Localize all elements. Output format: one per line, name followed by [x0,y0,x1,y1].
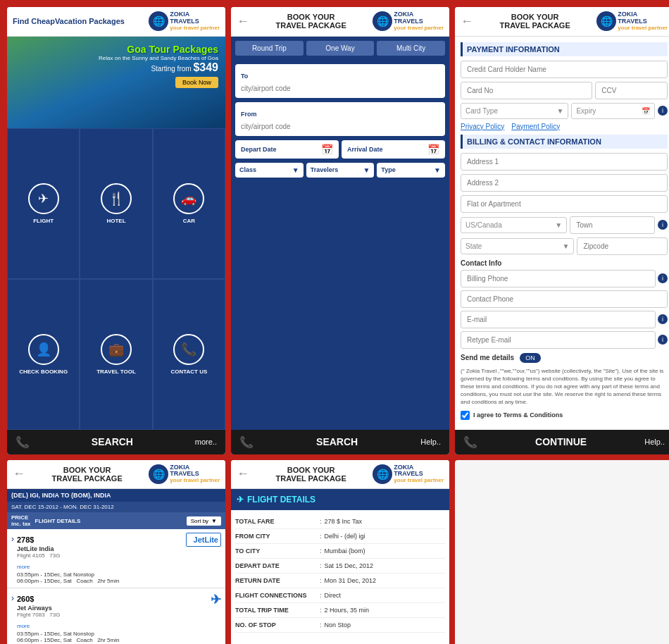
globe-icon-3: 🌐 [601,16,613,27]
car-circle: 🚗 [173,183,204,214]
country-select[interactable]: US/Canada ▼ [461,217,567,233]
sort-select[interactable]: Sort by ▼ [187,516,221,526]
return-date-sep: : [320,577,322,584]
details-col-label: FLIGHT DETAILS [35,518,81,524]
logo-area-3: 🌐 ZOKIATRAVELSyour travel partner [596,11,668,32]
travel-tool-item[interactable]: 💼 TRAVEL TOOL [80,279,152,430]
depart-date-sep: : [320,562,322,569]
expiry-select[interactable]: Expiry 📅 [571,103,655,119]
contact-us-item[interactable]: 📞 CONTACT US [153,279,225,430]
email-input[interactable] [461,311,656,328]
state-select[interactable]: State ▼ [461,238,574,254]
card-type-label: Card Type [465,107,498,115]
detail-back-arrow-icon[interactable]: ← [237,466,249,481]
payment-help-link[interactable]: Help.. [644,438,665,446]
flight-circle: ✈ [28,183,59,214]
logo-area-2: 🌐 ZOKIATRAVELSyour travel partner [373,11,444,32]
back-arrow-icon[interactable]: ← [237,14,249,29]
card-type-select[interactable]: Card Type ▼ [461,103,568,119]
agree-checkbox[interactable] [461,411,470,420]
state-label: State [465,242,482,250]
flight-icon: ✈ [38,191,49,206]
payment-phone-icon: 📞 [463,435,477,449]
home-search-button[interactable]: SEARCH [30,436,195,447]
zipcode-input[interactable] [577,237,668,255]
class-group[interactable]: Class ▼ [235,163,304,178]
travelers-group[interactable]: Travelers ▼ [306,163,375,178]
result2-airline: Jet Airways [17,605,183,612]
book-flight-title: BOOK YOURTRAVEL PACKAGE [249,13,373,30]
to-field-group: To [235,64,445,98]
arrival-calendar-icon[interactable]: 📅 [427,144,439,155]
flight-search-button[interactable]: SEARCH [254,436,420,447]
payment-policy-link[interactable]: Payment Policy [511,123,560,130]
flight-icon-item[interactable]: ✈ FLIGHT [7,128,80,279]
logo-text: ZOKIATRAVELSyour travel partner [170,11,220,32]
hotel-icon: 🍴 [108,191,124,206]
logo-area-4: 🌐 ZOKIATRAVELSyour travel partner [149,464,220,485]
results-back-arrow-icon[interactable]: ← [13,466,25,481]
banner-headline: Goa Tour Packages [99,44,218,55]
results-columns: PRICEinc. tax FLIGHT DETAILS Sort by ▼ [7,512,225,529]
car-label: CAR [183,218,195,224]
to-input[interactable] [241,85,439,92]
country-town-row: US/Canada ▼ i [461,216,668,234]
country-arrow-icon: ▼ [555,221,562,229]
result2-info: 260$ Jet Airways Flight 7083 73G more 03… [17,592,183,643]
town-input[interactable] [570,216,655,234]
round-trip-tab[interactable]: Round Trip [235,41,304,56]
multi-city-tab[interactable]: Multi City [377,41,445,56]
hotel-label: HOTEL [106,218,125,224]
payment-back-arrow-icon[interactable]: ← [461,14,473,29]
flight-help-link[interactable]: Help.. [420,438,441,446]
result1-logo: JetLite [186,533,221,547]
banner-subtitle: Relax on the Sunny and Sandy Beaches of … [99,55,218,61]
search-form: To From Depart Date 📅 Arrival Date 📅 [231,60,449,430]
policy-links: Privacy Policy Payment Policy [461,123,668,130]
card-type-row: Card Type ▼ Expiry 📅 i [461,103,668,119]
type-label: Type [381,166,395,173]
class-dropdown-icon: ▼ [292,166,299,174]
home-phone-icon: 📞 [15,435,30,449]
privacy-policy-link[interactable]: Privacy Policy [461,123,504,130]
toggle-on-button[interactable]: ON [520,353,541,363]
car-icon-item[interactable]: 🚗 CAR [153,128,225,279]
hotel-icon-item[interactable]: 🍴 HOTEL [80,128,152,279]
from-input[interactable] [241,123,439,130]
retype-email-info-icon: i [658,335,668,345]
payment-continue-button[interactable]: CONTINUE [477,436,644,447]
one-way-tab[interactable]: One Way [306,41,375,56]
billing-phone-input[interactable] [461,270,656,287]
logo-text-2: ZOKIATRAVELSyour travel partner [394,11,444,32]
card-no-input[interactable] [461,82,592,99]
result2-more-link[interactable]: more [17,623,30,629]
travelers-label: Travelers [311,166,339,173]
type-group[interactable]: Type ▼ [377,163,445,178]
flight-detail-header: ← BOOK YOURTRAVEL PACKAGE 🌐 ZOKIATRAVELS… [231,460,449,490]
address1-input[interactable] [461,153,668,171]
card-holder-input[interactable] [461,61,668,78]
flat-input[interactable] [461,195,668,213]
home-more-link[interactable]: more.. [195,438,217,446]
retype-email-input[interactable] [461,331,656,349]
result2-chevron-icon[interactable]: › [11,592,14,643]
return-date-key: RETURN DATE [235,577,320,584]
country-label: US/Canada [465,221,502,229]
total-trip-time-key: TOTAL TRIP TIME [235,607,320,614]
home-icons-grid: ✈ FLIGHT 🍴 HOTEL 🚗 CAR 👤 CHECK [7,128,225,430]
return-date-val: Mon 31 Dec, 2012 [325,577,377,584]
hotel-circle: 🍴 [101,183,132,214]
logo-icon: 🌐 [149,11,168,31]
contact-phone-input[interactable] [461,290,668,308]
result1-chevron-icon[interactable]: › [11,533,14,584]
book-now-button[interactable]: Book Now [175,77,218,88]
to-city-row: TO CITY : Mumbai (bom) [235,544,445,559]
banner-image: Goa Tour Packages Relax on the Sunny and… [7,37,225,128]
from-city-key: FROM CITY [235,533,320,540]
depart-calendar-icon[interactable]: 📅 [321,144,333,155]
address2-input[interactable] [461,174,668,192]
result1-more-link[interactable]: more [17,564,30,570]
check-booking-item[interactable]: 👤 CHECK BOOKING [7,279,80,430]
total-trip-time-val: 2 Hours, 35 min [325,607,370,614]
ccv-input[interactable] [595,82,668,99]
